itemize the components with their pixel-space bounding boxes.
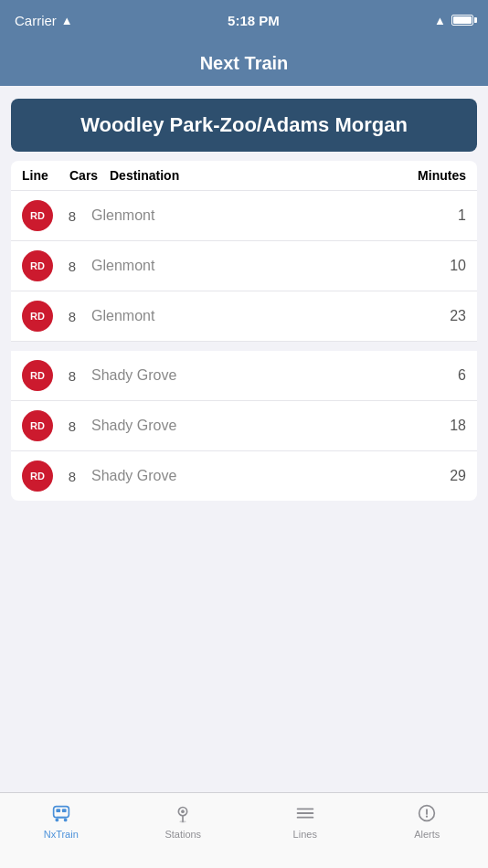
line-badge-rd: RD — [22, 410, 53, 441]
lines-icon — [292, 800, 318, 826]
destination-value: Glenmont — [86, 207, 411, 224]
cars-value: 8 — [58, 208, 86, 224]
svg-point-8 — [180, 820, 186, 822]
carrier-text: Carrier — [15, 13, 57, 28]
destination-value: Shady Grove — [86, 367, 411, 384]
minutes-value: 6 — [411, 367, 466, 384]
time-label: 5:18 PM — [228, 13, 280, 28]
alerts-icon — [414, 800, 440, 826]
tab-alerts[interactable]: Alerts — [366, 800, 489, 840]
minutes-value: 18 — [411, 418, 466, 434]
tab-label-alerts: Alerts — [414, 829, 440, 840]
cars-value: 8 — [58, 418, 86, 434]
minutes-value: 1 — [411, 207, 466, 224]
line-badge-rd: RD — [22, 360, 53, 391]
tab-label-stations: Stations — [164, 829, 201, 840]
status-right-icons: ▲ — [434, 14, 473, 27]
station-header: Woodley Park-Zoo/Adams Morgan — [11, 99, 477, 152]
svg-point-2 — [64, 819, 68, 822]
nav-title: Next Train — [200, 53, 289, 74]
table-row: RD 8 Shady Grove 6 — [11, 351, 477, 401]
line-badge-rd: RD — [22, 250, 53, 281]
svg-point-1 — [55, 819, 58, 822]
train-table: Line Cars Destination Minutes RD 8 Glenm… — [11, 161, 477, 501]
col-header-line: Line — [22, 168, 69, 183]
cars-value: 8 — [58, 309, 86, 324]
destination-value: Shady Grove — [86, 468, 411, 484]
col-header-minutes: Minutes — [411, 168, 466, 183]
main-content: Woodley Park-Zoo/Adams Morgan Line Cars … — [0, 86, 488, 501]
svg-point-14 — [426, 816, 428, 818]
navigation-bar: Next Train — [0, 40, 488, 86]
table-row: RD 8 Glenmont 1 — [11, 191, 477, 241]
tab-label-lines: Lines — [293, 829, 317, 840]
table-row: RD 8 Shady Grove 29 — [11, 451, 477, 501]
stations-icon — [170, 800, 196, 826]
table-header: Line Cars Destination Minutes — [11, 161, 477, 191]
minutes-value: 10 — [411, 258, 466, 274]
table-row: RD 8 Glenmont 10 — [11, 241, 477, 291]
destination-value: Glenmont — [86, 258, 411, 274]
cars-value: 8 — [58, 469, 86, 484]
wifi-icon: ▲ — [61, 14, 73, 27]
tab-label-nxtrain: NxTrain — [44, 829, 79, 840]
tab-lines[interactable]: Lines — [244, 800, 366, 840]
col-header-cars: Cars — [69, 168, 110, 183]
train-icon — [48, 800, 74, 826]
station-name: Woodley Park-Zoo/Adams Morgan — [29, 113, 459, 137]
table-row: RD 8 Shady Grove 18 — [11, 401, 477, 451]
tab-bar: NxTrain Stations Lines — [0, 792, 488, 868]
cars-value: 8 — [58, 259, 86, 274]
svg-point-7 — [181, 810, 185, 813]
table-row: RD 8 Glenmont 23 — [11, 291, 477, 342]
svg-rect-5 — [62, 809, 67, 812]
svg-rect-4 — [56, 809, 60, 812]
destination-value: Glenmont — [86, 308, 411, 324]
line-badge-rd: RD — [22, 460, 53, 492]
svg-rect-0 — [53, 807, 69, 818]
status-bar: Carrier ▲ 5:18 PM ▲ — [0, 0, 488, 40]
group-separator — [11, 342, 477, 351]
minutes-value: 29 — [411, 468, 466, 484]
tab-nxtrain[interactable]: NxTrain — [0, 800, 122, 840]
destination-value: Shady Grove — [86, 418, 411, 434]
carrier-label: Carrier ▲ — [15, 13, 73, 28]
cars-value: 8 — [58, 368, 86, 384]
location-icon: ▲ — [434, 14, 446, 27]
line-badge-rd: RD — [22, 200, 53, 231]
tab-stations[interactable]: Stations — [122, 800, 245, 840]
minutes-value: 23 — [411, 308, 466, 324]
col-header-destination: Destination — [110, 168, 411, 183]
line-badge-rd: RD — [22, 301, 53, 332]
battery-icon — [451, 15, 473, 26]
